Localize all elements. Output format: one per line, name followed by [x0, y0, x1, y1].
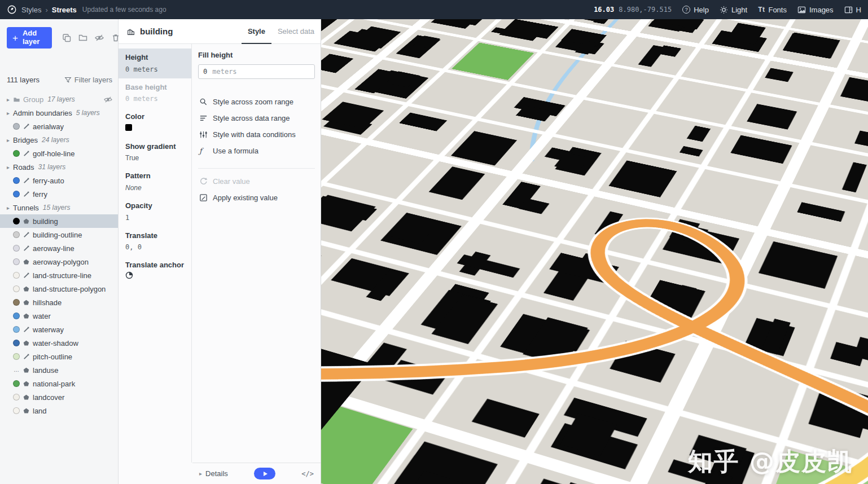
line-layer-icon: [23, 326, 30, 333]
group-layers-icon[interactable]: [78, 33, 87, 42]
layer-row-aerialway[interactable]: aerialway: [0, 120, 118, 133]
layer-count: 111 layers: [7, 76, 40, 84]
style-option-list: Style across zoom rangeStyle across data…: [198, 94, 315, 159]
map-plane: [321, 19, 868, 484]
property-item-height[interactable]: Height0 meters: [119, 49, 191, 78]
layer-row-admin-boundaries[interactable]: ▸Admin boundaries5 layers: [0, 106, 118, 120]
visibility-toggle[interactable]: [104, 95, 112, 104]
property-item-show-gradient[interactable]: Show gradientTrue: [119, 138, 191, 168]
layer-row-group[interactable]: ▸Group17 layers: [0, 93, 118, 106]
property-item-translate-anchor[interactable]: Translate anchor: [119, 256, 191, 286]
layer-row-waterway[interactable]: waterway: [0, 323, 118, 336]
line-layer-icon: [23, 191, 30, 198]
play-button[interactable]: [254, 468, 275, 479]
mapbox-logo[interactable]: [7, 5, 17, 15]
layer-name: landuse: [33, 366, 59, 375]
chevron-right-icon[interactable]: ▸: [7, 96, 13, 103]
property-item-color[interactable]: Color: [119, 108, 191, 138]
map-coordinates: 8.980,-79.515: [619, 6, 672, 14]
light-button[interactable]: Light: [720, 6, 747, 14]
fill-height-input[interactable]: 0 meters: [198, 64, 315, 79]
images-button[interactable]: Images: [797, 6, 834, 14]
layer-row-bridges[interactable]: ▸Bridges24 layers: [0, 133, 118, 147]
add-layer-button[interactable]: + Add layer: [7, 27, 52, 49]
clear-value-label: Clear value: [213, 177, 250, 186]
option-style-with-data-conditions[interactable]: Style with data conditions: [198, 126, 315, 143]
apply-existing-value-button[interactable]: Apply existing value: [198, 190, 315, 206]
layer-row-aeroway-polygon[interactable]: aeroway-polygon: [0, 255, 118, 269]
fill-layer-icon: [23, 285, 30, 293]
layer-row-hillshade[interactable]: hillshade: [0, 296, 118, 309]
option-style-across-zoom-range[interactable]: Style across zoom range: [198, 94, 315, 110]
watermark: 知乎 @皮皮凯: [688, 445, 853, 478]
property-item-base-height[interactable]: Base height0 meters: [119, 78, 191, 108]
clear-value-button[interactable]: Clear value: [198, 173, 315, 190]
tab-style[interactable]: Style: [242, 19, 271, 44]
help-button[interactable]: ? Help: [682, 6, 709, 14]
layer-row-landuse[interactable]: …landuse: [0, 363, 118, 377]
layer-color-swatch: [13, 285, 20, 292]
layer-row-water-shadow[interactable]: water-shadow: [0, 336, 118, 350]
chevron-right-icon[interactable]: ▸: [7, 205, 13, 211]
property-item-translate[interactable]: Translate0, 0: [119, 227, 191, 257]
layer-row-water[interactable]: water: [0, 309, 118, 323]
fill-layer-icon: [23, 258, 30, 266]
layer-row-land-structure-polygon[interactable]: land-structure-polygon: [0, 282, 118, 296]
tab-select-data[interactable]: Select data: [271, 19, 321, 44]
duplicate-layer-icon[interactable]: [62, 33, 71, 42]
panel-header: building Style Select data: [119, 19, 321, 44]
layer-name: Roads: [13, 163, 34, 171]
code-view-toggle[interactable]: </>: [301, 470, 314, 478]
breadcrumb-styles[interactable]: Styles: [21, 6, 41, 14]
layer-row-building[interactable]: building: [0, 214, 118, 228]
help-label: Help: [694, 6, 709, 14]
filter-layers-button[interactable]: Filter layers: [64, 76, 112, 84]
data-range-icon: [199, 114, 208, 122]
layer-row-land[interactable]: land: [0, 404, 118, 417]
layer-row-landcover[interactable]: landcover: [0, 390, 118, 404]
layer-row-ferry[interactable]: ferry: [0, 187, 118, 201]
layer-row-ferry-auto[interactable]: ferry-auto: [0, 174, 118, 187]
images-label: Images: [809, 6, 834, 14]
layer-count: 24 layers: [42, 136, 69, 144]
layer-color-swatch: [13, 326, 20, 333]
layer-color-swatch: [13, 340, 20, 346]
layer-row-building-outline[interactable]: building-outline: [0, 228, 118, 241]
layer-color-swatch: [13, 394, 20, 401]
option-use-a-formula[interactable]: ƒUse a formula: [198, 143, 315, 159]
option-label: Style with data conditions: [213, 130, 296, 139]
property-item-pattern[interactable]: PatternNone: [119, 167, 191, 197]
breadcrumb-current-style[interactable]: Streets: [52, 6, 77, 14]
layer-row-aeroway-line[interactable]: aeroway-line: [0, 241, 118, 255]
layer-name: Admin boundaries: [13, 109, 72, 117]
option-label: Style across data range: [213, 114, 290, 122]
details-toggle[interactable]: ▸ Details: [199, 469, 228, 478]
layer-row-land-structure-line[interactable]: land-structure-line: [0, 269, 118, 282]
chevron-right-icon[interactable]: ▸: [7, 137, 13, 143]
layer-row-pitch-outline[interactable]: pitch-outline: [0, 350, 118, 363]
property-label: Show gradient: [125, 142, 185, 151]
property-item-opacity[interactable]: Opacity1: [119, 197, 191, 227]
chevron-right-icon[interactable]: ▸: [7, 164, 13, 170]
fonts-icon: Tt: [758, 6, 765, 14]
line-layer-icon: [23, 177, 30, 184]
chevron-right-icon[interactable]: ▸: [7, 110, 13, 116]
property-label: Opacity: [125, 201, 185, 210]
line-layer-icon: [23, 272, 30, 279]
layer-row-golf-hole-line[interactable]: golf-hole-line: [0, 147, 118, 160]
layer-row-tunnels[interactable]: ▸Tunnels15 layers: [0, 201, 118, 214]
layer-name: ferry: [33, 190, 47, 199]
fill-layer-icon: [23, 299, 30, 306]
layer-row-roads[interactable]: ▸Roads31 layers: [0, 160, 118, 174]
layer-row-national-park[interactable]: national-park: [0, 377, 118, 390]
light-label: Light: [731, 6, 747, 14]
fonts-button[interactable]: Tt Fonts: [758, 6, 787, 14]
layer-name: water: [33, 312, 51, 320]
layer-color-swatch: [13, 299, 20, 306]
hide-layer-icon[interactable]: [95, 33, 104, 42]
history-button[interactable]: H: [844, 6, 861, 14]
chevron-right-icon: ▸: [199, 470, 202, 477]
fill-layer-icon: [23, 380, 30, 388]
map-canvas[interactable]: 知乎 @皮皮凯: [321, 19, 868, 484]
option-style-across-data-range[interactable]: Style across data range: [198, 110, 315, 126]
